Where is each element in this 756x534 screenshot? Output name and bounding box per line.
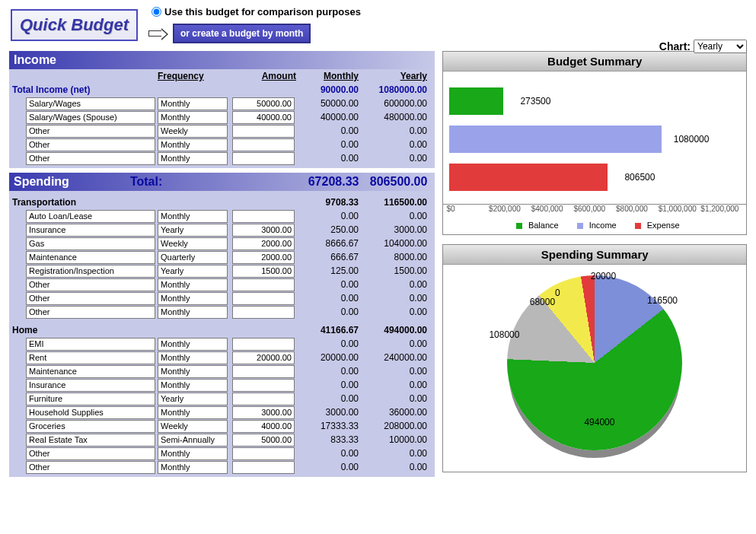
income-amt-input[interactable]: 50000.00 [232, 97, 295, 110]
spending-freq-input[interactable]: Monthly [158, 292, 228, 305]
bar-value: 806500 [624, 172, 655, 183]
spending-freq-input[interactable]: Monthly [158, 351, 228, 364]
axis-tick: $400,000 [531, 205, 574, 213]
spending-label-input[interactable]: Furniture [26, 393, 155, 405]
income-freq-input[interactable]: Monthly [158, 111, 228, 124]
legend-item: Income [571, 221, 617, 230]
income-monthly-value: 0.00 [299, 153, 362, 164]
income-label-input[interactable]: Salary/Wages (Spouse) [26, 111, 155, 124]
income-yearly-value: 0.00 [362, 126, 430, 136]
spending-freq-input[interactable]: Monthly [158, 379, 228, 392]
spending-amt-input[interactable]: 3000.00 [232, 406, 295, 419]
spending-freq-input[interactable]: Monthly [158, 338, 228, 351]
spending-freq-input[interactable]: Monthly [158, 406, 228, 419]
spending-row: Household SuppliesMonthly3000.003000.003… [9, 405, 435, 419]
income-freq-input[interactable]: Monthly [158, 138, 228, 151]
spending-label-input[interactable]: Insurance [26, 224, 155, 237]
spending-label-input[interactable]: EMI [26, 338, 155, 351]
spending-freq-input[interactable]: Quarterly [158, 251, 228, 264]
spending-yearly-value: 0.00 [362, 462, 430, 472]
spending-amt-input[interactable] [232, 379, 295, 392]
spending-yearly-value: 0.00 [362, 366, 430, 377]
spending-row: GasWeekly2000.008666.67104000.00 [9, 237, 435, 250]
spending-label-input[interactable]: Real Estate Tax [26, 434, 155, 447]
spending-yearly-value: 0.00 [362, 339, 430, 349]
spending-freq-input[interactable]: Monthly [158, 278, 228, 291]
spending-amt-input[interactable]: 20000.00 [232, 351, 295, 364]
spending-freq-input[interactable]: Semi-Annually [158, 434, 228, 447]
income-yearly-value: 0.00 [362, 139, 430, 150]
spending-group-name: Home [9, 325, 158, 335]
spending-amt-input[interactable] [232, 365, 295, 378]
spending-freq-input[interactable]: Monthly [158, 306, 228, 319]
spending-label-input[interactable]: Other [26, 292, 155, 305]
spending-label-input[interactable]: Household Supplies [26, 406, 155, 419]
spending-label-input[interactable]: Other [26, 278, 155, 291]
spending-yearly-value: 0.00 [362, 448, 430, 459]
spending-freq-input[interactable]: Yearly [158, 224, 228, 237]
spending-amt-input[interactable]: 5000.00 [232, 434, 295, 447]
spending-amt-input[interactable]: 3000.00 [232, 224, 295, 237]
income-label-input[interactable]: Other [26, 138, 155, 151]
spending-yearly-value: 240000.00 [362, 352, 430, 363]
pie-label-3: 108000 [481, 329, 527, 340]
income-freq-input[interactable]: Monthly [158, 97, 228, 110]
spending-label-input[interactable]: Insurance [26, 379, 155, 392]
spending-freq-input[interactable]: Monthly [158, 461, 228, 474]
income-row: Salary/Wages (Spouse)Monthly40000.004000… [9, 110, 435, 124]
spending-monthly-value: 250.00 [299, 224, 362, 235]
spending-summary-chart: Spending Summary 116500 494000 0 108000 … [442, 244, 747, 472]
spending-row: InsuranceMonthly0.000.00 [9, 378, 435, 392]
spending-amt-input[interactable] [232, 278, 295, 291]
spending-label-input[interactable]: Gas [26, 237, 155, 250]
pie-label-1: 494000 [576, 417, 622, 428]
spending-amt-input[interactable] [232, 338, 295, 351]
income-label-input[interactable]: Other [26, 125, 155, 138]
arrow-icon [145, 30, 165, 37]
spending-amt-input[interactable] [232, 306, 295, 319]
spending-freq-input[interactable]: Monthly [158, 210, 228, 223]
spending-amt-input[interactable]: 1500.00 [232, 265, 295, 278]
spending-label-input[interactable]: Rent [26, 351, 155, 364]
income-amt-input[interactable]: 40000.00 [232, 111, 295, 124]
comparison-radio-input[interactable] [152, 7, 161, 17]
spending-amt-input[interactable]: 2000.00 [232, 237, 295, 250]
spending-freq-input[interactable]: Weekly [158, 237, 228, 250]
chart-select[interactable]: Yearly [694, 40, 747, 53]
spending-label-input[interactable]: Registration/Inspection [26, 265, 155, 278]
spending-label-input[interactable]: Maintenance [26, 365, 155, 378]
spending-freq-input[interactable]: Monthly [158, 365, 228, 378]
spending-monthly-value: 0.00 [299, 339, 362, 349]
spending-freq-input[interactable]: Yearly [158, 265, 228, 278]
income-freq-input[interactable]: Weekly [158, 125, 228, 138]
income-freq-input[interactable]: Monthly [158, 152, 228, 165]
spending-label-input[interactable]: Other [26, 447, 155, 460]
income-amt-input[interactable] [232, 152, 295, 165]
spending-label-input[interactable]: Maintenance [26, 251, 155, 264]
spending-amt-input[interactable] [232, 292, 295, 305]
spending-amt-input[interactable] [232, 210, 295, 223]
spending-label-input[interactable]: Other [26, 461, 155, 474]
spending-row: RentMonthly20000.0020000.00240000.00 [9, 351, 435, 364]
pie-label-4: 68000 [519, 297, 565, 307]
spending-freq-input[interactable]: Monthly [158, 447, 228, 460]
spending-label-input[interactable]: Other [26, 306, 155, 319]
income-label-input[interactable]: Salary/Wages [26, 97, 155, 110]
spending-amt-input[interactable] [232, 393, 295, 405]
spending-amt-input[interactable] [232, 461, 295, 474]
spending-label-input[interactable]: Auto Loan/Lease [26, 210, 155, 223]
spending-freq-input[interactable]: Weekly [158, 420, 228, 433]
spending-amt-input[interactable] [232, 447, 295, 460]
income-amt-input[interactable] [232, 125, 295, 138]
income-monthly-value: 0.00 [299, 126, 362, 136]
create-budget-button[interactable]: or create a budget by month [173, 24, 311, 43]
spending-amt-input[interactable]: 2000.00 [232, 251, 295, 264]
spending-freq-input[interactable]: Yearly [158, 393, 228, 405]
budget-summary-chart: Budget Summary 2735001080000806500 $0$20… [442, 51, 747, 235]
income-amt-input[interactable] [232, 138, 295, 151]
spending-amt-input[interactable]: 4000.00 [232, 420, 295, 433]
income-label-input[interactable]: Other [26, 152, 155, 165]
spending-label-input[interactable]: Groceries [26, 420, 155, 433]
comparison-radio[interactable]: Use this budget for comparison purposes [152, 6, 361, 17]
comparison-radio-label: Use this budget for comparison purposes [164, 6, 361, 17]
